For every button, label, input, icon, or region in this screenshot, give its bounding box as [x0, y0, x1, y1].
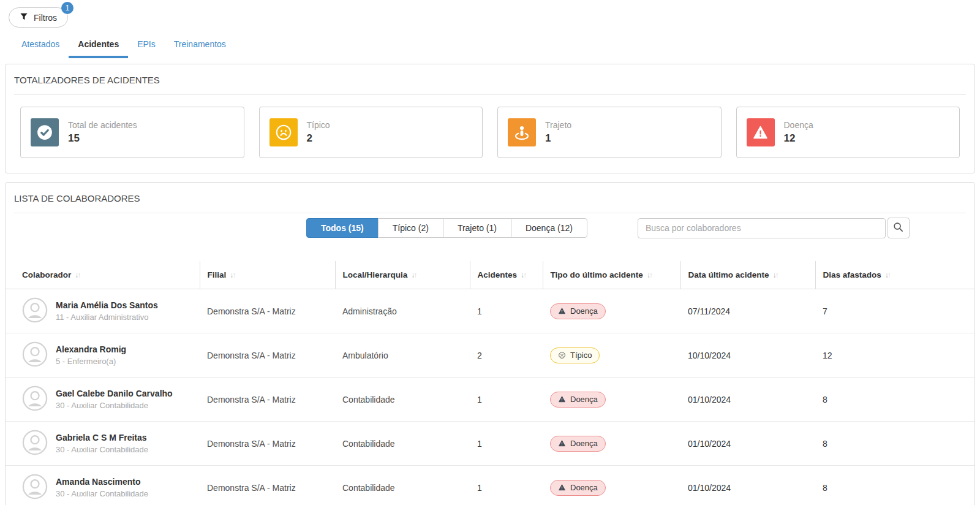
avatar-icon [22, 297, 48, 325]
cell-tipo-ultimo-acidente: Doença [543, 422, 680, 466]
accident-type-filter-group: Todos (15)Típico (2)Trajeto (1)Doença (1… [306, 218, 587, 238]
tab-acidentes[interactable]: Acidentes [69, 36, 128, 58]
search-button[interactable] [888, 218, 910, 238]
filters-count-badge: 1 [61, 2, 74, 14]
cell-dias-afastados: 8 [815, 466, 974, 505]
tab-atestados[interactable]: Atestados [12, 36, 69, 58]
table-header-row: Colaborador↓↑Filial↓↑Local/Hierarquia↓↑A… [6, 261, 974, 289]
filter-funnel-icon [20, 12, 28, 23]
column-header-colaborador[interactable]: Colaborador↓↑ [6, 261, 200, 289]
search [638, 218, 910, 238]
totalizer-cards: Total de acidentes15Típico2Trajeto1Doenç… [6, 95, 974, 173]
totalizer-card-trajeto: Trajeto1 [497, 107, 722, 158]
cell-local: Contabilidade [335, 378, 470, 422]
table-row[interactable]: Alexandra Romig5 - Enfermeiro(a)Demonstr… [6, 333, 974, 378]
cell-data-ultimo-acidente: 10/10/2024 [680, 333, 815, 378]
search-icon [893, 222, 903, 234]
cell-acidentes: 1 [470, 378, 543, 422]
cell-colaborador: Maria Amélia Dos Santos11 - Auxiliar Adm… [6, 289, 200, 333]
column-label: Colaborador [22, 270, 71, 279]
collaborator-role: 30 - Auxiliar Contabilidade [56, 401, 173, 410]
totalizer-value: 12 [784, 132, 813, 145]
filters-button[interactable]: Filtros 1 [9, 7, 68, 28]
cell-filial: Demonstra S/A - Matriz [200, 289, 335, 333]
list-controls: Todos (15)Típico (2)Trajeto (1)Doença (1… [6, 213, 974, 238]
cell-tipo-ultimo-acidente: Doença [543, 466, 680, 505]
cell-colaborador: Alexandra Romig5 - Enfermeiro(a) [6, 333, 200, 378]
filter-button-todos[interactable]: Todos (15) [306, 218, 379, 238]
sort-icon: ↓↑ [647, 271, 652, 279]
cell-dias-afastados: 8 [815, 422, 974, 466]
collaborator-role: 11 - Auxiliar Administrativo [56, 313, 158, 322]
totalizer-value: 2 [307, 132, 330, 145]
filter-button-doenca[interactable]: Doença (12) [511, 218, 587, 238]
column-label: Acidentes [478, 270, 518, 279]
column-header-dias-afastados[interactable]: Dias afastados↓↑ [815, 261, 974, 289]
sort-icon: ↓↑ [230, 271, 235, 279]
sort-icon: ↓↑ [75, 271, 80, 279]
column-header-filial[interactable]: Filial↓↑ [200, 261, 335, 289]
badge-label: Doença [570, 439, 598, 448]
totalizer-value: 1 [545, 132, 571, 145]
collaborator-name: Maria Amélia Dos Santos [56, 300, 158, 310]
check-circle-icon [31, 118, 59, 146]
tab-epis[interactable]: EPIs [128, 36, 165, 58]
filter-button-trajeto[interactable]: Trajeto (1) [443, 218, 511, 238]
cell-data-ultimo-acidente: 01/10/2024 [680, 466, 815, 505]
badge-label: Típico [570, 351, 592, 360]
cell-tipo-ultimo-acidente: Doença [543, 289, 680, 333]
badge-label: Doença [570, 483, 598, 492]
column-header-data-ultimo-acidente[interactable]: Data último acidente↓↑ [680, 261, 815, 289]
status-badge-tipico: Típico [550, 347, 600, 363]
avatar-icon [22, 341, 48, 369]
warning-triangle-icon [558, 307, 566, 315]
search-input[interactable] [638, 218, 886, 238]
totalizer-card-doenca: Doença12 [736, 107, 960, 158]
cell-local: Ambulatório [335, 333, 470, 378]
totalizer-label: Trajeto [545, 120, 571, 130]
collaborator-role: 30 - Auxiliar Contabilidade [56, 445, 148, 454]
avatar-icon [22, 430, 48, 457]
status-badge-doenca: Doença [550, 303, 606, 319]
avatar-icon [22, 474, 48, 501]
badge-label: Doença [570, 306, 598, 316]
status-badge-doenca: Doença [550, 480, 606, 496]
collaborator-name: Gael Calebe Danilo Carvalho [56, 389, 173, 398]
warning-triangle-icon [558, 484, 566, 492]
column-label: Data último acidente [688, 270, 769, 279]
toolbar: Filtros 1 AtestadosAcidentesEPIsTreiname… [0, 0, 980, 58]
filter-button-tipico[interactable]: Típico (2) [378, 218, 443, 238]
cell-acidentes: 1 [470, 422, 543, 466]
cell-acidentes: 1 [470, 466, 543, 505]
cell-colaborador: Gabriela C S M Freitas30 - Auxiliar Cont… [6, 422, 200, 466]
table-row[interactable]: Amanda Nascimento30 - Auxiliar Contabili… [6, 466, 974, 505]
tab-treinamentos[interactable]: Treinamentos [165, 36, 235, 58]
cell-filial: Demonstra S/A - Matriz [200, 466, 335, 505]
totalizer-label: Doença [784, 120, 813, 130]
column-label: Tipo do último acidente [551, 270, 643, 279]
totalizers-title: TOTALIZADORES DE ACIDENTES [6, 64, 974, 85]
cell-filial: Demonstra S/A - Matriz [200, 333, 335, 378]
sort-icon: ↓↑ [521, 271, 526, 279]
cell-local: Administração [335, 289, 470, 333]
badge-label: Doença [570, 395, 598, 404]
cell-acidentes: 2 [470, 333, 543, 378]
table-row[interactable]: Gael Calebe Danilo Carvalho30 - Auxiliar… [6, 378, 974, 422]
cell-tipo-ultimo-acidente: Doença [543, 378, 680, 422]
cell-dias-afastados: 7 [815, 289, 974, 333]
totalizer-card-total: Total de acidentes15 [20, 107, 244, 158]
table-row[interactable]: Maria Amélia Dos Santos11 - Auxiliar Adm… [6, 289, 974, 333]
column-header-acidentes[interactable]: Acidentes↓↑ [470, 261, 543, 289]
cell-tipo-ultimo-acidente: Típico [543, 333, 680, 378]
column-header-local-hierarquia[interactable]: Local/Hierarquia↓↑ [335, 261, 470, 289]
collaborator-name: Amanda Nascimento [56, 477, 148, 487]
table-row[interactable]: Gabriela C S M Freitas30 - Auxiliar Cont… [6, 422, 974, 466]
column-header-tipo-ultimo-acidente[interactable]: Tipo do último acidente↓↑ [543, 261, 680, 289]
column-label: Local/Hierarquia [343, 270, 408, 279]
collaborator-name: Alexandra Romig [56, 344, 126, 354]
collaborator-name: Gabriela C S M Freitas [56, 433, 148, 442]
sad-face-icon [558, 351, 566, 359]
totalizer-label: Total de acidentes [68, 120, 137, 130]
cell-local: Contabilidade [335, 466, 470, 505]
filters-label: Filtros [34, 13, 57, 23]
